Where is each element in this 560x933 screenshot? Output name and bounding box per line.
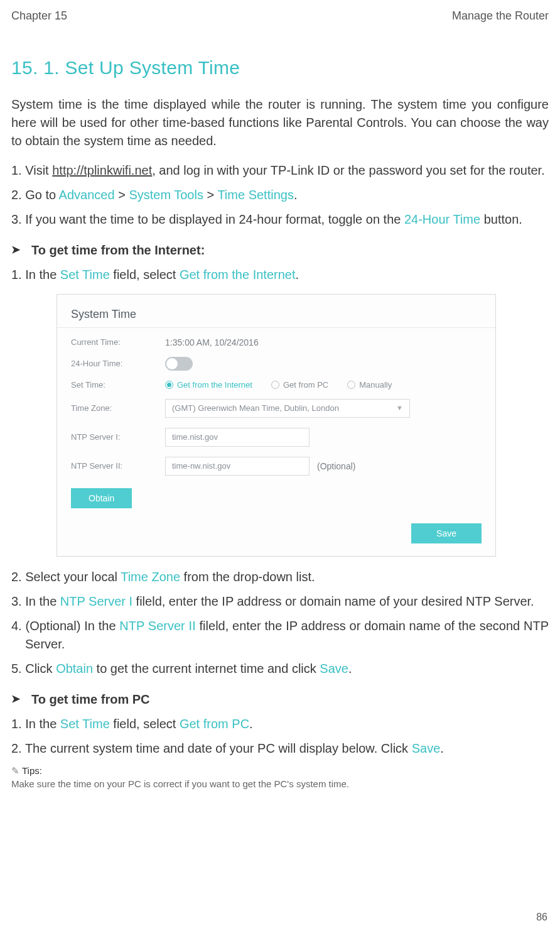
step-pc-1: 1. In the Set Time field, select Get fro… <box>11 715 549 733</box>
tips-text: Make sure the time on your PC is correct… <box>11 778 349 789</box>
page-number: 86 <box>536 910 547 924</box>
radio-dot-icon <box>165 381 173 389</box>
step-internet-3: 3. In the NTP Server I fileld, enter the… <box>11 592 549 611</box>
radio-circle-icon <box>347 381 355 389</box>
step-internet-5: 5. Click Obtain to get the current inter… <box>11 660 549 678</box>
header-section: Manage the Router <box>452 8 549 24</box>
chevron-down-icon: ▼ <box>396 405 403 412</box>
section-title: 15. 1. Set Up System Time <box>11 54 549 82</box>
intro-paragraph: System time is the time displayed while … <box>11 95 549 150</box>
advanced-label: Advanced <box>59 188 115 202</box>
current-time-label: Current Time: <box>71 338 165 346</box>
hour24-row-label: 24-Hour Time: <box>71 359 165 368</box>
system-time-panel: System Time Current Time: 1:35:00 AM, 10… <box>57 294 496 557</box>
time-settings-label: Time Settings <box>217 188 294 202</box>
radio-internet[interactable]: Get from the Internet <box>165 381 252 389</box>
step-internet-2: 2. Select your local Time Zone from the … <box>11 568 549 586</box>
step-internet-1: 1. In the Set Time field, select Get fro… <box>11 266 549 284</box>
ntp2-input[interactable]: time-nw.nist.gov <box>165 457 310 476</box>
panel-title: System Time <box>71 306 482 322</box>
subhead-internet: ➤ To get time from the Internet: <box>11 241 549 259</box>
tplinkwifi-link[interactable]: http://tplinkwifi.net <box>52 163 152 177</box>
divider <box>57 327 495 328</box>
optional-hint: (Optional) <box>317 462 355 471</box>
settime-radio-group: Get from the Internet Get from PC Manual… <box>165 381 392 389</box>
system-tools-label: System Tools <box>129 188 203 202</box>
hour24-label: 24-Hour Time <box>404 212 480 226</box>
obtain-button[interactable]: Obtain <box>71 488 132 508</box>
step-1: 1. Visit http://tplinkwifi.net, and log … <box>11 161 549 180</box>
radio-circle-icon <box>271 381 279 389</box>
settime-label: Set Time: <box>71 381 165 389</box>
chevron-right-icon: ➤ <box>11 243 20 258</box>
chevron-right-icon: ➤ <box>11 692 20 707</box>
pencil-icon: ✎ <box>11 765 19 776</box>
current-time-value: 1:35:00 AM, 10/24/2016 <box>165 338 259 347</box>
radio-pc[interactable]: Get from PC <box>271 381 328 389</box>
ntp1-input[interactable]: time.nist.gov <box>165 428 310 447</box>
save-button[interactable]: Save <box>411 523 482 543</box>
hour24-toggle[interactable] <box>165 357 193 371</box>
header-chapter: Chapter 15 <box>11 8 67 24</box>
radio-manual[interactable]: Manually <box>347 381 392 389</box>
step-internet-4: 4. (Optional) In the NTP Server II filel… <box>11 617 549 653</box>
ntp2-label: NTP Server II: <box>71 462 165 470</box>
step-pc-2: 2. The current system time and date of y… <box>11 739 549 758</box>
subhead-pc: ➤ To get time from PC <box>11 690 549 709</box>
tips-block: ✎Tips: Make sure the time on your PC is … <box>11 764 549 792</box>
step-3: 3. If you want the time to be displayed … <box>11 210 549 229</box>
step-2: 2. Go to Advanced > System Tools > Time … <box>11 186 549 204</box>
page-header: Chapter 15 Manage the Router <box>11 8 549 24</box>
timezone-label: Time Zone: <box>71 404 165 412</box>
ntp1-label: NTP Server I: <box>71 433 165 441</box>
timezone-select[interactable]: (GMT) Greenwich Mean Time, Dublin, Londo… <box>165 399 410 418</box>
